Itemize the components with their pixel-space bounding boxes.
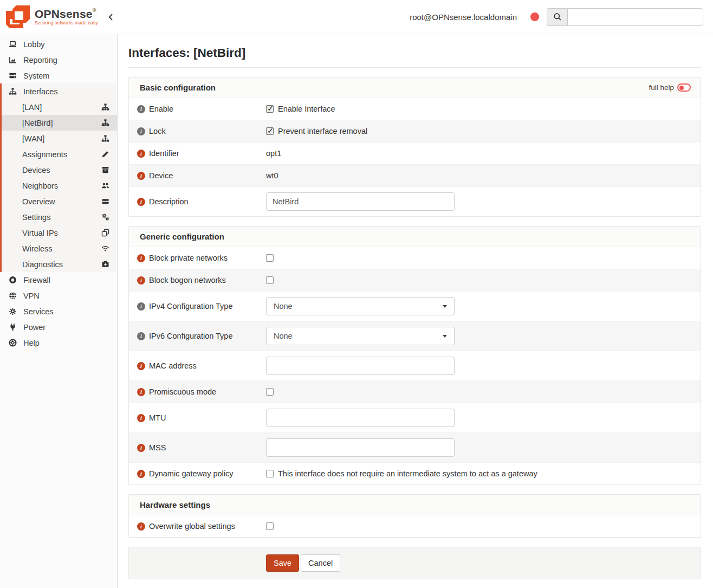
sidebar-item-power[interactable]: Power	[0, 319, 117, 335]
info-icon[interactable]: i	[137, 470, 145, 478]
bars-icon	[101, 197, 109, 205]
promiscuous-checkbox[interactable]	[266, 388, 274, 396]
form-row-enable: iEnable Enable Interface	[129, 98, 701, 120]
full-help-toggle[interactable]: full help	[649, 83, 691, 92]
top-header: OPNsense® Securing networks made easy ro…	[0, 0, 713, 34]
sidebar-item-system[interactable]: System	[0, 68, 117, 83]
block-private-checkbox[interactable]	[266, 254, 274, 262]
sidebar-item-label: Wireless	[22, 244, 53, 253]
sidebar-item-label: Services	[23, 307, 54, 316]
sidebar-item-virtual-ips[interactable]: Virtual IPs	[2, 225, 117, 241]
sidebar-item-lan[interactable]: [LAN]	[2, 99, 117, 115]
sidebar-item-lobby[interactable]: Lobby	[0, 36, 117, 52]
sidebar-item-assignments[interactable]: Assignments	[2, 146, 117, 162]
panel-title: Basic configuration	[140, 83, 216, 92]
sidebar-item-label: VPN	[23, 292, 40, 300]
overwrite-global-checkbox[interactable]	[266, 522, 274, 530]
search-input[interactable]	[567, 8, 703, 26]
info-icon[interactable]: i	[137, 522, 145, 531]
sidebar-item-overview[interactable]: Overview	[2, 193, 117, 209]
server-icon	[8, 72, 17, 80]
caret-down-icon	[443, 305, 447, 308]
info-icon[interactable]: i	[137, 105, 145, 113]
registered-mark: ®	[93, 8, 96, 13]
block-bogon-checkbox[interactable]	[266, 276, 274, 284]
info-icon[interactable]: i	[137, 388, 145, 396]
medkit-icon	[101, 260, 109, 268]
info-icon[interactable]: i	[137, 362, 145, 370]
form-row-overwrite-global: iOverwrite global settings	[129, 515, 701, 537]
lock-checkbox[interactable]	[266, 127, 274, 135]
save-button[interactable]: Save	[266, 554, 299, 572]
globe-icon	[8, 292, 17, 300]
info-icon[interactable]: i	[137, 332, 145, 340]
mss-input[interactable]	[266, 438, 455, 457]
mtu-input[interactable]	[266, 409, 455, 427]
clone-icon	[101, 229, 109, 237]
info-icon[interactable]: i	[137, 172, 145, 180]
search-icon	[547, 8, 567, 26]
sidebar-collapse-button[interactable]	[107, 12, 115, 22]
opnsense-logo-icon	[5, 5, 30, 29]
checkbox-label: This interface does not require an inter…	[278, 469, 537, 478]
info-icon[interactable]: i	[137, 414, 145, 422]
panel-title: Generic configuration	[140, 232, 224, 241]
panel-title: Hardware settings	[140, 500, 210, 509]
sidebar-item-label: System	[23, 72, 49, 80]
sidebar-item-netbird[interactable]: [NetBird]	[2, 115, 117, 131]
description-input[interactable]	[266, 192, 455, 211]
field-label: MTU	[149, 413, 166, 422]
field-label: IPv4 Configuration Type	[149, 302, 233, 311]
field-label: MAC address	[149, 361, 197, 370]
ipv6-config-type-select[interactable]: None	[266, 327, 455, 345]
form-row-device: iDevice wt0	[129, 164, 701, 186]
brand-wordmark: OPNsense® Securing networks made easy	[35, 8, 98, 25]
sidebar-item-label: Devices	[22, 166, 50, 175]
search-box	[547, 8, 703, 26]
info-icon[interactable]: i	[137, 150, 145, 158]
enable-interface-checkbox[interactable]	[266, 105, 274, 113]
ipv4-config-type-select[interactable]: None	[266, 297, 455, 315]
info-icon[interactable]: i	[137, 444, 145, 452]
caret-down-icon	[443, 335, 447, 338]
info-icon[interactable]: i	[137, 127, 145, 135]
dynamic-gateway-checkbox[interactable]	[266, 470, 274, 477]
laptop-icon	[8, 40, 17, 48]
mac-address-input[interactable]	[266, 357, 455, 375]
sidebar-item-label: Virtual IPs	[22, 229, 58, 237]
sidebar-item-reporting[interactable]: Reporting	[0, 52, 117, 68]
sidebar-item-vpn[interactable]: VPN	[0, 288, 117, 303]
sidebar-item-interfaces[interactable]: Interfaces	[2, 83, 117, 99]
field-label: Device	[149, 171, 173, 180]
form-row-mss: iMSS	[129, 432, 701, 462]
fire-icon	[8, 276, 17, 284]
checkbox-label: Prevent interface removal	[278, 127, 367, 135]
sitemap-icon	[101, 119, 109, 127]
sidebar-item-settings[interactable]: Settings	[2, 209, 117, 225]
main-content: Interfaces: [NetBird] Basic configuratio…	[118, 34, 713, 588]
info-icon[interactable]: i	[137, 198, 145, 206]
info-icon[interactable]: i	[137, 276, 145, 285]
users-icon	[101, 182, 109, 190]
sidebar-item-help[interactable]: Help	[0, 335, 117, 351]
panel-hardware-settings: Hardware settings iOverwrite global sett…	[128, 494, 701, 538]
sidebar-item-diagnostics[interactable]: Diagnostics	[2, 256, 117, 272]
sidebar-item-services[interactable]: Services	[0, 303, 117, 319]
cancel-button[interactable]: Cancel	[301, 554, 340, 572]
info-icon[interactable]: i	[137, 254, 145, 262]
field-label: Identifier	[149, 149, 179, 158]
panel-basic-configuration: Basic configuration full help iEnable En…	[128, 77, 701, 217]
form-row-identifier: iIdentifier opt1	[129, 142, 701, 164]
identifier-value: opt1	[266, 149, 281, 158]
sidebar-item-neighbors[interactable]: Neighbors	[2, 178, 117, 193]
info-icon[interactable]: i	[137, 302, 145, 311]
field-label: Overwrite global settings	[149, 522, 235, 531]
toggle-off-icon	[677, 83, 691, 92]
form-row-mtu: iMTU	[129, 403, 701, 432]
brand-tagline: Securing networks made easy	[35, 21, 98, 25]
page-title: Interfaces: [NetBird]	[128, 46, 701, 60]
sidebar-item-wan[interactable]: [WAN]	[2, 131, 117, 146]
sidebar-item-wireless[interactable]: Wireless	[2, 241, 117, 256]
sidebar-item-devices[interactable]: Devices	[2, 162, 117, 178]
sidebar-item-firewall[interactable]: Firewall	[0, 272, 117, 288]
